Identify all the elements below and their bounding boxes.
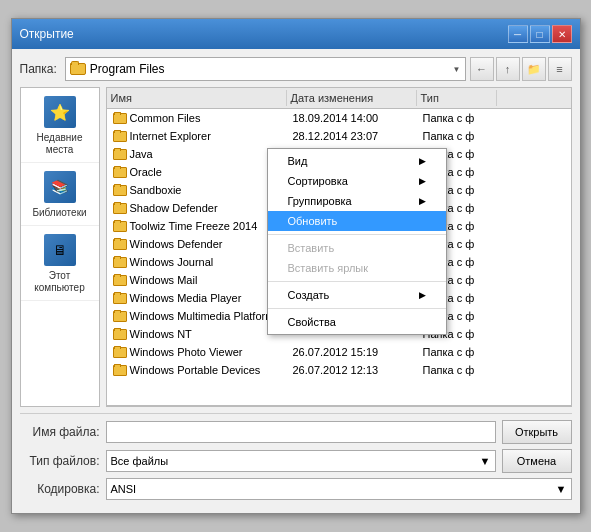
computer-icon bbox=[44, 234, 76, 266]
file-date: 18.09.2014 14:00 bbox=[289, 111, 419, 125]
sidebar-item-computer[interactable]: Этот компьютер bbox=[21, 226, 99, 301]
file-name-input[interactable] bbox=[106, 421, 496, 443]
context-menu-item[interactable]: Группировка ▶ bbox=[268, 191, 446, 211]
folder-label: Папка: bbox=[20, 62, 57, 76]
col-header-type[interactable]: Тип bbox=[417, 90, 497, 106]
context-menu-separator bbox=[268, 308, 446, 309]
file-name: Toolwiz Time Freeze 2014 bbox=[130, 220, 258, 232]
folder-combo-inner: Program Files bbox=[70, 62, 165, 76]
folder-icon bbox=[113, 185, 127, 196]
file-name: Windows Journal bbox=[130, 256, 214, 268]
encoding-label: Кодировка: bbox=[20, 482, 100, 496]
folder-icon bbox=[113, 293, 127, 304]
bottom-section: Имя файла: Открыть Тип файлов: Все файлы… bbox=[20, 413, 572, 500]
context-menu-item-label: Сортировка bbox=[288, 175, 348, 187]
context-menu-item-label: Группировка bbox=[288, 195, 352, 207]
file-type-arrow-icon: ▼ bbox=[480, 455, 491, 467]
file-type: Папка с ф bbox=[419, 111, 499, 125]
folder-icon bbox=[113, 257, 127, 268]
col-header-name[interactable]: Имя bbox=[107, 90, 287, 106]
nav-buttons: ← ↑ 📁 ≡ bbox=[470, 57, 572, 81]
file-name-row: Имя файла: Открыть bbox=[20, 420, 572, 444]
file-name: Windows Portable Devices bbox=[130, 364, 261, 376]
context-menu-separator bbox=[268, 281, 446, 282]
folder-icon bbox=[113, 131, 127, 142]
folder-icon bbox=[70, 63, 86, 75]
table-row[interactable]: Windows Portable Devices 26.07.2012 12:1… bbox=[107, 361, 571, 379]
context-menu-item-label: Обновить bbox=[288, 215, 338, 227]
new-folder-button[interactable]: 📁 bbox=[522, 57, 546, 81]
context-menu-item-label: Вставить ярлык bbox=[288, 262, 369, 274]
folder-icon bbox=[113, 221, 127, 232]
file-name: Windows Defender bbox=[130, 238, 223, 250]
folder-icon bbox=[113, 167, 127, 178]
context-menu-item: Вставить bbox=[268, 238, 446, 258]
folder-icon bbox=[113, 275, 127, 286]
context-menu: Вид ▶ Сортировка ▶ Группировка ▶ Обновит… bbox=[267, 148, 447, 335]
context-menu-separator bbox=[268, 234, 446, 235]
sidebar-item-libraries[interactable]: Библиотеки bbox=[21, 163, 99, 226]
maximize-button[interactable]: □ bbox=[530, 25, 550, 43]
file-name: Java bbox=[130, 148, 153, 160]
context-menu-item-label: Вставить bbox=[288, 242, 335, 254]
file-type-value: Все файлы bbox=[111, 455, 169, 467]
encoding-value: ANSI bbox=[111, 483, 137, 495]
file-type: Папка с ф bbox=[419, 129, 499, 143]
view-button[interactable]: ≡ bbox=[548, 57, 572, 81]
submenu-arrow-icon: ▶ bbox=[419, 196, 426, 206]
folder-icon bbox=[113, 149, 127, 160]
recent-icon bbox=[44, 96, 76, 128]
file-name: Sandboxie bbox=[130, 184, 182, 196]
libraries-icon bbox=[44, 171, 76, 203]
folder-icon bbox=[113, 203, 127, 214]
submenu-arrow-icon: ▶ bbox=[419, 290, 426, 300]
dialog-body: Папка: Program Files ▼ ← ↑ 📁 ≡ bbox=[12, 49, 580, 513]
submenu-arrow-icon: ▶ bbox=[419, 176, 426, 186]
up-button[interactable]: ↑ bbox=[496, 57, 520, 81]
context-menu-item[interactable]: Сортировка ▶ bbox=[268, 171, 446, 191]
file-name: Windows Multimedia Platform bbox=[130, 310, 275, 322]
sidebar-item-recent[interactable]: Недавние места bbox=[21, 88, 99, 163]
folder-combo[interactable]: Program Files ▼ bbox=[65, 57, 466, 81]
col-header-date[interactable]: Дата изменения bbox=[287, 90, 417, 106]
minimize-button[interactable]: ─ bbox=[508, 25, 528, 43]
sidebar-item-libraries-label: Библиотеки bbox=[32, 207, 86, 219]
file-name: Windows Media Player bbox=[130, 292, 242, 304]
toolbar-row: Папка: Program Files ▼ ← ↑ 📁 ≡ bbox=[20, 57, 572, 81]
dialog-window: Открытие ─ □ ✕ Папка: Program Files ▼ ← … bbox=[11, 18, 581, 514]
main-area: Недавние места Библиотеки Этот компьютер… bbox=[20, 87, 572, 407]
folder-icon bbox=[113, 365, 127, 376]
table-row[interactable]: Windows Photo Viewer 26.07.2012 15:19 Па… bbox=[107, 343, 571, 361]
context-menu-item-label: Свойства bbox=[288, 316, 336, 328]
file-name: Oracle bbox=[130, 166, 162, 178]
submenu-arrow-icon: ▶ bbox=[419, 156, 426, 166]
close-button[interactable]: ✕ bbox=[552, 25, 572, 43]
horizontal-scrollbar[interactable] bbox=[107, 405, 571, 407]
sidebar-item-computer-label: Этот компьютер bbox=[25, 270, 95, 294]
folder-name: Program Files bbox=[90, 62, 165, 76]
context-menu-item-label: Создать bbox=[288, 289, 330, 301]
file-name: Internet Explorer bbox=[130, 130, 211, 142]
encoding-combo[interactable]: ANSI ▼ bbox=[106, 478, 572, 500]
folder-icon bbox=[113, 311, 127, 322]
encoding-row: Кодировка: ANSI ▼ bbox=[20, 478, 572, 500]
folder-icon bbox=[113, 113, 127, 124]
context-menu-item: Вставить ярлык bbox=[268, 258, 446, 278]
file-type-combo[interactable]: Все файлы ▼ bbox=[106, 450, 496, 472]
cancel-button[interactable]: Отмена bbox=[502, 449, 572, 473]
encoding-arrow-icon: ▼ bbox=[556, 483, 567, 495]
folder-icon bbox=[113, 329, 127, 340]
table-row[interactable]: Internet Explorer 28.12.2014 23:07 Папка… bbox=[107, 127, 571, 145]
table-row[interactable]: Common Files 18.09.2014 14:00 Папка с ф bbox=[107, 109, 571, 127]
title-bar: Открытие ─ □ ✕ bbox=[12, 19, 580, 49]
context-menu-item[interactable]: Обновить bbox=[268, 211, 446, 231]
file-name: Common Files bbox=[130, 112, 201, 124]
open-button[interactable]: Открыть bbox=[502, 420, 572, 444]
file-type-row: Тип файлов: Все файлы ▼ Отмена bbox=[20, 449, 572, 473]
context-menu-item[interactable]: Вид ▶ bbox=[268, 151, 446, 171]
file-type: Папка с ф bbox=[419, 363, 499, 377]
scroll-thumb[interactable] bbox=[111, 407, 171, 408]
context-menu-item[interactable]: Создать ▶ bbox=[268, 285, 446, 305]
context-menu-item[interactable]: Свойства bbox=[268, 312, 446, 332]
back-button[interactable]: ← bbox=[470, 57, 494, 81]
